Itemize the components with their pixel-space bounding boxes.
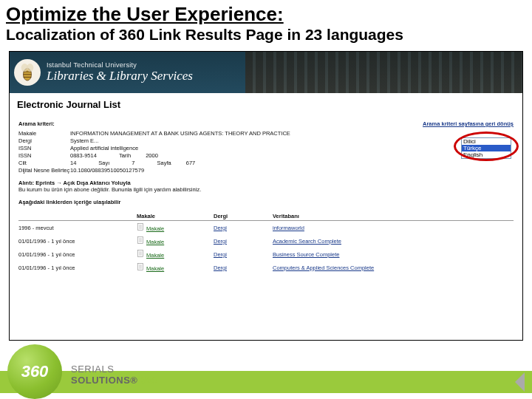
- search-criteria-label: Arama kriteri:: [18, 120, 55, 127]
- field-label: Makale: [18, 130, 70, 137]
- criteria-fields: MakaleINFORMATION MANAGEMENT AT A BANK U…: [18, 130, 514, 174]
- database-link[interactable]: Business Source Complete: [273, 251, 339, 258]
- tarih-label: Tarih: [119, 152, 131, 159]
- col-date: [18, 213, 137, 219]
- chevron-icon: [511, 372, 525, 392]
- database-link[interactable]: informaworld: [273, 225, 304, 231]
- content-area: Arama kriteri: Arama kriteri sayfasına g…: [10, 120, 522, 274]
- row-date: 01/01/1996 - 1 yıl önce: [18, 251, 137, 258]
- cilt-value: 14: [70, 160, 76, 166]
- col-article: Makale: [137, 213, 214, 219]
- banner-photo: [245, 52, 522, 93]
- document-icon: [137, 223, 144, 231]
- link-row: 1996 - mevcutMakaleDergiinformaworld: [18, 221, 514, 234]
- col-journal: Dergi: [214, 213, 273, 219]
- field-value: 0883-9514 Tarih2000: [70, 152, 514, 159]
- brand-solutions: SOLUTIONS®: [71, 375, 137, 386]
- journal-link[interactable]: Dergi: [214, 265, 227, 271]
- journal-link[interactable]: Dergi: [214, 225, 227, 231]
- sayi-value: 7: [132, 160, 134, 166]
- sayfa-value: 677: [186, 160, 196, 166]
- row-date: 1996 - mevcut: [18, 225, 137, 231]
- field-label: Cilt: [18, 160, 70, 166]
- tarih-value: 2000: [146, 152, 158, 159]
- article-link[interactable]: Makale: [146, 252, 164, 259]
- database-link[interactable]: Academic Search Complete: [273, 238, 341, 245]
- brand-serials: SERIALS: [71, 364, 114, 375]
- banner-left: Istanbul Technical University Libraries …: [10, 52, 245, 93]
- field-value: INFORMATION MANAGEMENT AT A BANK USING A…: [70, 130, 514, 137]
- field-value: 14 Sayı7 Sayfa677: [70, 160, 514, 166]
- link-row: 01/01/1996 - 1 yıl önceMakaleDergiComput…: [18, 261, 514, 274]
- document-icon: [137, 263, 144, 270]
- field-value: 10.1080/08839510050127579: [70, 167, 514, 174]
- note-title: Alıntı: Eprints → Açık Dışa Aktarıcı Yol…: [18, 180, 514, 186]
- field-label: Dergi: [18, 137, 70, 144]
- brand-360: 360: [141, 375, 158, 386]
- back-to-search-link[interactable]: Arama kriteri sayfasına geri dönüş: [423, 120, 514, 127]
- field-label: Dijital Nesne Belirteç: [18, 167, 70, 174]
- row-date: 01/01/1996 - 1 yıl önce: [18, 265, 137, 271]
- bee-logo: [14, 59, 41, 86]
- sayfa-label: Sayfa: [157, 160, 171, 166]
- issn-value: 0883-9514: [70, 152, 97, 159]
- col-db: Veritabanı: [273, 213, 514, 219]
- document-icon: [137, 250, 144, 257]
- sayi-label: Sayı: [98, 160, 109, 166]
- ejl-heading: Electronic Journal List: [10, 93, 522, 120]
- slide-footer: 360 SERIALS SOLUTIONS® 360: [0, 347, 532, 399]
- svg-point-2: [27, 64, 33, 72]
- field-value: Applied artificial intelligence: [70, 145, 514, 151]
- journal-link[interactable]: Dergi: [214, 238, 227, 245]
- document-icon: [137, 236, 144, 244]
- field-value: System E...: [70, 137, 514, 144]
- field-label: ISSN: [18, 145, 70, 151]
- note-block: Alıntı: Eprints → Açık Dışa Aktarıcı Yol…: [18, 180, 514, 193]
- article-link[interactable]: Makale: [146, 265, 164, 272]
- field-label: ISSN: [18, 152, 70, 159]
- article-link[interactable]: Makale: [146, 239, 164, 245]
- badge-360: 360: [7, 344, 62, 399]
- screenshot-frame: Istanbul Technical University Libraries …: [9, 51, 523, 341]
- link-row: 01/01/1996 - 1 yıl önceMakaleDergiAcadem…: [18, 234, 514, 248]
- slide-title: Optimize the User Experience:: [0, 0, 532, 26]
- library-name: Libraries & Library Services: [47, 69, 193, 83]
- links-heading: Aşağıdaki linklerden içeriğe ulaşılabili…: [18, 199, 514, 205]
- note-body: Bu kurum bu ürün için abone değildir. Bu…: [18, 186, 514, 193]
- link-row: 01/01/1996 - 1 yıl önceMakaleDergiBusine…: [18, 248, 514, 261]
- journal-link[interactable]: Dergi: [214, 251, 227, 258]
- database-link[interactable]: Computers & Applied Sciences Complete: [273, 265, 374, 271]
- highlight-ellipse: [454, 132, 519, 161]
- university-name: Istanbul Technical University: [47, 62, 193, 69]
- banner-text: Istanbul Technical University Libraries …: [47, 62, 193, 83]
- library-banner: Istanbul Technical University Libraries …: [10, 52, 522, 93]
- link-table-header: Makale Dergi Veritabanı: [18, 213, 514, 221]
- serials-solutions-logo: SERIALS SOLUTIONS® 360: [71, 364, 158, 386]
- slide-subtitle: Localization of 360 Link Results Page in…: [0, 26, 532, 48]
- row-date: 01/01/1996 - 1 yıl önce: [18, 238, 137, 245]
- article-link[interactable]: Makale: [146, 225, 164, 232]
- link-rows: 1996 - mevcutMakaleDergiinformaworld01/0…: [18, 221, 514, 274]
